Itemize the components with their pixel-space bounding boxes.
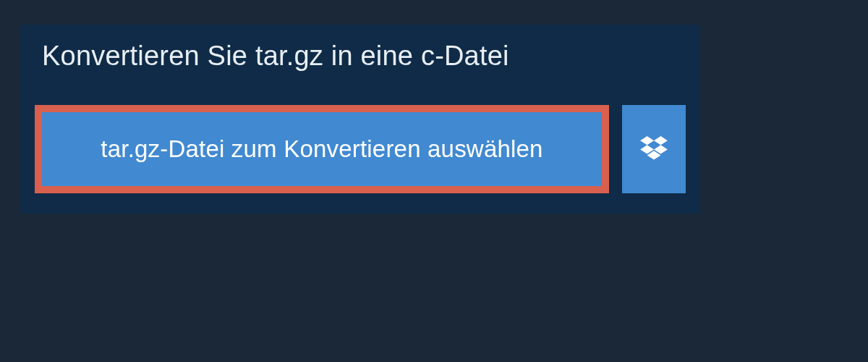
dropbox-button[interactable] bbox=[622, 105, 686, 193]
page-title: Konvertieren Sie tar.gz in eine c-Datei bbox=[42, 41, 548, 72]
select-file-button[interactable]: tar.gz-Datei zum Konvertieren auswählen bbox=[35, 105, 609, 193]
dropbox-icon bbox=[640, 136, 668, 163]
card-header: Konvertieren Sie tar.gz in eine c-Datei bbox=[20, 25, 570, 90]
converter-card: Konvertieren Sie tar.gz in eine c-Datei … bbox=[20, 25, 700, 214]
card-body: tar.gz-Datei zum Konvertieren auswählen bbox=[20, 90, 700, 214]
select-file-label: tar.gz-Datei zum Konvertieren auswählen bbox=[101, 135, 542, 163]
